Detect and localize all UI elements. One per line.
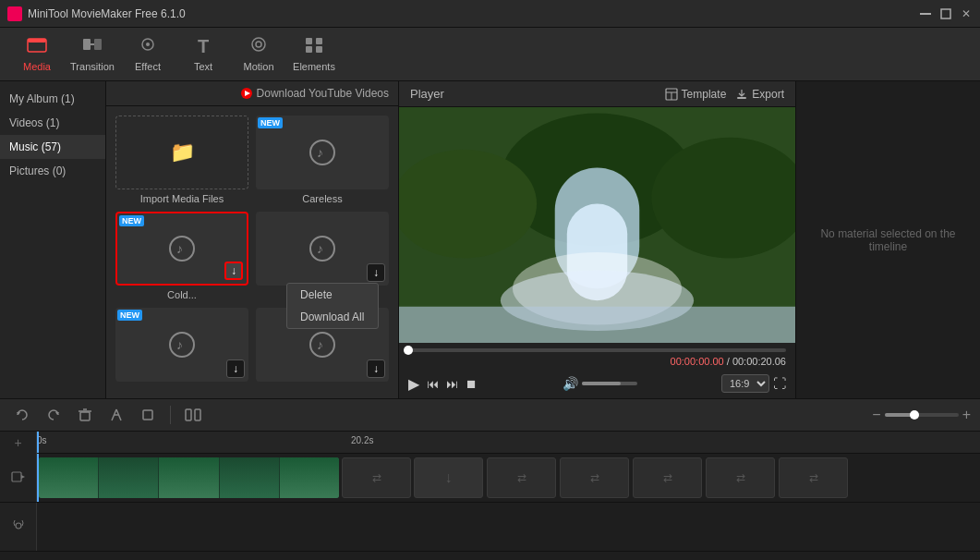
svg-text:♪: ♪ bbox=[176, 241, 183, 256]
audio-track-row bbox=[0, 503, 980, 552]
careless-card[interactable]: NEW ♪ bbox=[256, 116, 389, 189]
nav-transition[interactable]: Transition bbox=[65, 30, 120, 79]
timeline: + 0s 20.2s ▼ bbox=[0, 432, 980, 560]
play-button[interactable]: ▶ bbox=[408, 375, 419, 393]
card5[interactable]: NEW ♪ ↓ bbox=[115, 308, 248, 382]
nav-media[interactable]: Media bbox=[9, 30, 65, 79]
video-track-icon[interactable] bbox=[11, 470, 26, 486]
music-icon-failure: ♪ bbox=[309, 235, 336, 262]
download-6-button[interactable]: ↓ bbox=[367, 359, 385, 378]
player-progress[interactable] bbox=[399, 343, 795, 354]
import-media-card[interactable]: 📁 bbox=[115, 116, 248, 189]
transition-slot-4[interactable]: ⇄ bbox=[560, 457, 629, 498]
undo-icon bbox=[15, 408, 30, 422]
zoom-out-button[interactable]: − bbox=[872, 407, 880, 423]
download-colorful-button[interactable]: ↓ bbox=[224, 262, 243, 280]
next-button[interactable]: ⏭ bbox=[446, 377, 458, 391]
video-playhead: ▼ bbox=[37, 454, 39, 502]
careless-label: Careless bbox=[302, 193, 342, 204]
elements-icon bbox=[304, 36, 324, 57]
sidebar-item-pictures[interactable]: Pictures (0) bbox=[0, 159, 105, 183]
toolbar: − + bbox=[0, 398, 980, 432]
transition-slot-1[interactable]: ⇄ bbox=[342, 457, 411, 498]
thumb-3 bbox=[159, 457, 219, 498]
context-menu: Delete Download All bbox=[286, 283, 379, 329]
ruler-mark-end: 20.2s bbox=[351, 435, 373, 445]
transition-slot-6[interactable]: ⇄ bbox=[706, 457, 775, 498]
sidebar-item-myalbum[interactable]: My Album (1) bbox=[0, 87, 105, 111]
colorful-card[interactable]: NEW ♪ ↓ bbox=[115, 212, 248, 286]
top-nav: Media Transition Effect T Text Motion El… bbox=[0, 28, 980, 81]
zoom-area: − + bbox=[872, 407, 971, 423]
svg-rect-48 bbox=[186, 409, 191, 420]
progress-handle[interactable] bbox=[404, 346, 413, 355]
svg-rect-13 bbox=[316, 46, 322, 53]
window-controls: ✕ bbox=[919, 7, 973, 20]
stop-button[interactable]: ⏹ bbox=[466, 377, 478, 391]
ratio-select[interactable]: 16:99:164:31:1 bbox=[721, 374, 769, 393]
nav-motion[interactable]: Motion bbox=[231, 30, 286, 79]
split-button[interactable] bbox=[180, 402, 206, 428]
sidebar-item-videos[interactable]: Videos (1) bbox=[0, 111, 105, 135]
failure-card[interactable]: ♪ ↓ bbox=[256, 212, 389, 286]
context-delete[interactable]: Delete bbox=[287, 284, 378, 306]
video-track-content: ▼ ⇄ ↓ ⇄ ⇄ ⇄ bbox=[37, 454, 980, 502]
transition-arrow-4: ⇄ bbox=[590, 471, 599, 484]
crop-icon bbox=[140, 408, 155, 422]
transition-arrow-6: ⇄ bbox=[736, 471, 745, 484]
zoom-in-button[interactable]: + bbox=[962, 407, 971, 423]
minimize-button[interactable] bbox=[919, 7, 932, 20]
crop-button[interactable] bbox=[135, 402, 161, 428]
music-icon: ♪ bbox=[309, 139, 336, 166]
download-failure-button[interactable]: ↓ bbox=[367, 263, 385, 282]
zoom-slider[interactable] bbox=[885, 413, 959, 417]
cut-button[interactable] bbox=[103, 402, 129, 428]
template-button[interactable]: Template bbox=[665, 88, 727, 101]
sidebar-item-music[interactable]: Music (57) bbox=[0, 135, 105, 159]
sidebar: My Album (1) Videos (1) Music (57) Pictu… bbox=[0, 81, 106, 398]
player-video bbox=[399, 107, 795, 343]
audio-icon bbox=[12, 519, 25, 532]
volume-slider[interactable] bbox=[582, 382, 637, 385]
prev-button[interactable]: ⏮ bbox=[427, 377, 439, 391]
nav-text[interactable]: T Text bbox=[175, 30, 231, 79]
youtube-icon bbox=[240, 87, 253, 100]
nav-effect[interactable]: Effect bbox=[120, 30, 175, 79]
svg-text:♪: ♪ bbox=[317, 337, 323, 352]
colorful-label: Cold... bbox=[167, 289, 197, 300]
fullscreen-button[interactable]: ⛶ bbox=[773, 376, 786, 391]
delete-icon bbox=[78, 408, 92, 422]
context-download-all[interactable]: Download All bbox=[287, 306, 378, 328]
volume-control: 🔊 bbox=[563, 376, 637, 391]
download-5-button[interactable]: ↓ bbox=[226, 359, 245, 378]
download-youtube-button[interactable]: Download YouTube Videos bbox=[240, 87, 389, 100]
delete-button[interactable] bbox=[72, 402, 98, 428]
close-button[interactable]: ✕ bbox=[960, 7, 973, 20]
template-icon bbox=[665, 88, 678, 101]
transition-icon bbox=[82, 36, 103, 57]
thumb-5 bbox=[280, 457, 339, 498]
effect-icon bbox=[138, 36, 158, 57]
transition-slot-2[interactable]: ↓ bbox=[414, 457, 483, 498]
video-clip[interactable] bbox=[39, 457, 339, 498]
svg-rect-38 bbox=[399, 307, 795, 343]
add-track-button[interactable]: + bbox=[0, 432, 36, 454]
no-material-text: No material selected on the timeline bbox=[796, 218, 980, 262]
transition-slot-5[interactable]: ⇄ bbox=[633, 457, 702, 498]
transition-slot-3[interactable]: ⇄ bbox=[487, 457, 556, 498]
music-icon-colorful: ♪ bbox=[168, 235, 196, 262]
transition-slot-7[interactable]: ⇄ bbox=[779, 457, 848, 498]
player-panel: Player Template Export bbox=[398, 81, 795, 398]
svg-rect-5 bbox=[94, 39, 102, 50]
audio-track-icon[interactable] bbox=[12, 519, 25, 535]
zoom-handle[interactable] bbox=[910, 410, 919, 420]
redo-button[interactable] bbox=[41, 402, 67, 428]
progress-bar[interactable] bbox=[408, 348, 786, 352]
time-total: 00:00:20.06 bbox=[732, 356, 786, 367]
export-button[interactable]: Export bbox=[735, 88, 784, 101]
restore-button[interactable] bbox=[939, 7, 952, 20]
undo-button[interactable] bbox=[9, 402, 35, 428]
thumb-1 bbox=[39, 457, 99, 498]
nav-elements[interactable]: Elements bbox=[286, 30, 342, 79]
volume-icon[interactable]: 🔊 bbox=[563, 376, 578, 391]
